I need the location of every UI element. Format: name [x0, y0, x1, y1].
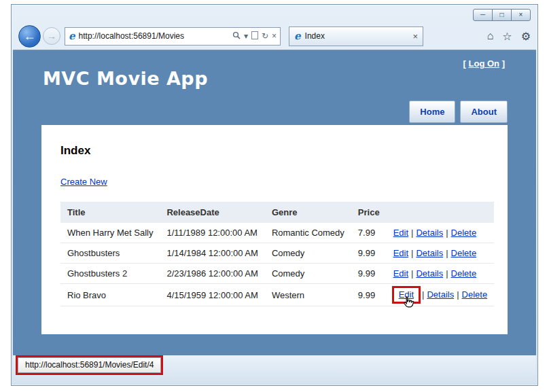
cell-release-date: 1/11/1989 12:00:00 AM	[160, 223, 264, 243]
details-link[interactable]: Details	[416, 248, 443, 258]
edit-link[interactable]: Edit	[393, 248, 408, 258]
action-separator: |	[446, 228, 448, 238]
delete-link[interactable]: Delete	[462, 289, 488, 300]
tools-gear-icon[interactable]: ⚙	[521, 30, 531, 43]
back-button[interactable]: ←	[18, 25, 41, 48]
action-separator: |	[411, 248, 413, 258]
favorites-star-icon[interactable]: ☆	[502, 30, 512, 43]
minimize-button[interactable]: ─	[473, 9, 493, 21]
tab-title: Index	[305, 31, 409, 41]
cell-price: 7.99	[351, 223, 387, 243]
cell-title: Ghostbusters	[60, 243, 160, 264]
action-separator: |	[457, 289, 459, 300]
address-url[interactable]: http://localhost:56891/Movies	[79, 31, 229, 41]
column-header-title: Title	[60, 202, 160, 223]
home-icon[interactable]: ⌂	[487, 30, 494, 42]
stop-icon[interactable]: ×	[272, 32, 277, 40]
cell-genre: Comedy	[265, 243, 351, 264]
column-header-price: Price	[351, 202, 387, 223]
browser-statusbar: http://localhost:56891/Movies/Edit/4	[13, 355, 536, 384]
tab-favicon-icon: e	[294, 30, 301, 42]
cell-actions: Edit|Details|Delete	[387, 243, 495, 264]
table-row: Ghostbusters 1/14/1984 12:00:00 AM Comed…	[60, 243, 494, 264]
cell-release-date: 4/15/1959 12:00:00 AM	[160, 284, 264, 306]
details-link[interactable]: Details	[427, 289, 454, 300]
forward-button[interactable]: →	[43, 27, 60, 45]
nav-tab-home[interactable]: Home	[409, 101, 455, 123]
column-header-actions	[387, 202, 495, 223]
delete-link[interactable]: Delete	[451, 268, 477, 279]
delete-link[interactable]: Delete	[451, 248, 477, 258]
create-new-link[interactable]: Create New	[60, 177, 107, 187]
ie-logo-icon: e	[69, 30, 75, 42]
cell-genre: Western	[265, 284, 351, 306]
address-bar[interactable]: e http://localhost:56891/Movies ▾ ↻ ×	[65, 27, 281, 46]
movies-table: Title ReleaseDate Genre Price When Harry…	[60, 202, 494, 306]
details-link[interactable]: Details	[416, 268, 443, 279]
cell-price: 9.99	[351, 264, 387, 284]
column-header-genre: Genre	[265, 202, 351, 223]
refresh-icon[interactable]: ↻	[262, 32, 268, 40]
content-panel: Index Create New Title ReleaseDate Genre…	[41, 125, 508, 334]
cell-actions: Edit|Details|Delete	[387, 284, 495, 306]
main-navigation: Home About	[409, 101, 508, 123]
action-separator: |	[446, 268, 448, 279]
action-separator: |	[446, 248, 448, 258]
hand-cursor-icon	[402, 296, 415, 313]
edit-link-highlight-box: Edit	[392, 286, 421, 304]
details-link[interactable]: Details	[416, 228, 443, 238]
logon-area: [ Log On ]	[463, 58, 505, 69]
page-title: Index	[60, 144, 489, 158]
logon-prefix: [	[463, 58, 469, 69]
address-dropdown-icon[interactable]: ▾	[244, 32, 248, 40]
cell-price: 9.99	[351, 284, 387, 306]
window-controls: ─ □ ×	[474, 9, 531, 21]
app-title: MVC Movie App	[43, 68, 208, 89]
table-header-row: Title ReleaseDate Genre Price	[60, 202, 494, 223]
table-row: Rio Bravo 4/15/1959 12:00:00 AM Western …	[60, 284, 494, 306]
cell-release-date: 2/23/1986 12:00:00 AM	[160, 264, 264, 284]
maximize-button[interactable]: □	[492, 9, 512, 21]
close-button[interactable]: ×	[511, 9, 531, 21]
browser-window: ─ □ × ← → e http://localhost:56891/Movie…	[11, 4, 538, 386]
action-separator: |	[411, 228, 413, 238]
tab-close-icon[interactable]: ×	[412, 31, 418, 41]
cell-title: Rio Bravo	[60, 284, 160, 306]
action-separator: |	[411, 268, 413, 279]
table-row: Ghostbusters 2 2/23/1986 12:00:00 AM Com…	[60, 264, 494, 284]
browser-toolbar: ← → e http://localhost:56891/Movies ▾ ↻ …	[12, 22, 537, 50]
edit-link[interactable]: Edit	[393, 228, 408, 238]
chrome-action-icons: ⌂ ☆ ⚙	[487, 30, 531, 43]
cell-actions: Edit|Details|Delete	[387, 264, 495, 284]
cell-genre: Comedy	[265, 264, 351, 284]
browser-tab-index[interactable]: e Index ×	[289, 26, 423, 46]
action-separator: |	[422, 289, 424, 300]
column-header-releasedate: ReleaseDate	[160, 202, 264, 223]
logon-suffix: ]	[499, 58, 505, 69]
cell-release-date: 1/14/1984 12:00:00 AM	[160, 243, 264, 264]
delete-link[interactable]: Delete	[451, 228, 477, 238]
cell-actions: Edit|Details|Delete	[387, 223, 495, 243]
status-url-highlight-box: http://localhost:56891/Movies/Edit/4	[16, 355, 163, 375]
search-icon[interactable]	[232, 31, 241, 41]
cell-title: Ghostbusters 2	[60, 264, 160, 284]
logon-link[interactable]: Log On	[469, 58, 500, 69]
status-url-text: http://localhost:56891/Movies/Edit/4	[18, 357, 161, 373]
cell-price: 9.99	[351, 243, 387, 264]
page-viewport: [ Log On ] MVC Movie App Home About Inde…	[13, 50, 536, 357]
compatibility-view-icon[interactable]	[251, 31, 258, 41]
cell-title: When Harry Met Sally	[60, 223, 160, 243]
edit-link[interactable]: Edit	[393, 268, 408, 279]
window-titlebar: ─ □ ×	[12, 5, 537, 22]
cell-genre: Romantic Comedy	[265, 223, 351, 243]
nav-tab-about[interactable]: About	[460, 101, 508, 123]
table-row: When Harry Met Sally 1/11/1989 12:00:00 …	[60, 223, 494, 243]
